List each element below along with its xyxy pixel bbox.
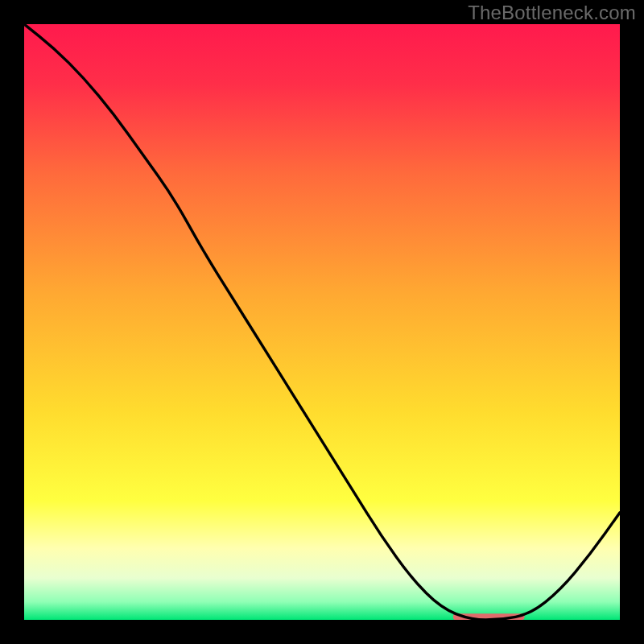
plot-area <box>24 24 620 620</box>
plot-svg <box>24 24 620 620</box>
chart-frame: TheBottleneck.com <box>0 0 644 644</box>
watermark-text: TheBottleneck.com <box>468 2 636 24</box>
